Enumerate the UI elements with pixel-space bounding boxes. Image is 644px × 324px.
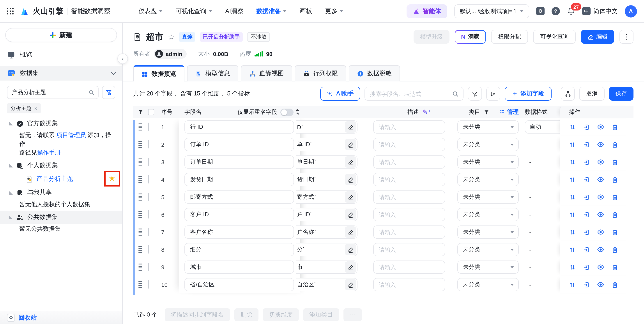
description-input[interactable] [373,120,445,134]
sync-desc-button[interactable]: 将描述同步到字段名 [164,308,230,321]
permission-button[interactable]: 权限分配 [491,30,528,44]
field-name-input[interactable] [184,190,294,204]
move-updown-icon[interactable] [569,229,576,235]
tab-row-col-permission[interactable]: 行列权限 [295,65,346,81]
drag-handle-icon[interactable] [138,141,148,148]
row-checkbox[interactable] [148,175,149,183]
move-updown-icon[interactable] [569,176,576,183]
expression-edit-button[interactable] [345,174,356,185]
trash-icon[interactable] [612,211,618,218]
description-input[interactable] [373,261,445,274]
favorite-outline-icon[interactable]: ☆ [168,32,174,41]
description-input[interactable] [373,226,445,239]
field-name-input[interactable] [184,243,294,256]
row-checkbox[interactable] [148,228,149,236]
move-updown-icon[interactable] [569,159,576,165]
row-checkbox[interactable] [148,140,149,148]
move-updown-icon[interactable] [569,211,576,218]
category-select[interactable]: 未分类 [457,155,519,169]
field-name-input[interactable] [184,138,294,151]
eye-icon[interactable] [597,158,604,166]
drag-handle-icon[interactable] [138,159,148,166]
visual-query-button[interactable]: 可视化查询 [533,30,576,44]
drag-handle-icon[interactable] [138,246,148,253]
trash-icon[interactable] [612,124,618,130]
tab-model-info[interactable]: 模型信息 [187,65,238,81]
eye-icon[interactable] [597,281,604,288]
field-name-input[interactable] [184,278,294,291]
description-input[interactable] [373,190,445,204]
expander-icon[interactable] [9,121,13,125]
drag-handle-icon[interactable] [138,264,148,271]
more-bulk-actions-button[interactable]: ··· [344,308,362,321]
more-actions-button[interactable]: ⋮ [620,30,634,44]
eye-icon[interactable] [597,123,604,130]
add-category-button[interactable]: 添加类目 [303,308,339,321]
eye-icon[interactable] [597,141,604,148]
drag-handle-icon[interactable] [138,229,148,236]
move-updown-icon[interactable] [569,124,576,130]
filter-icon[interactable] [138,109,144,115]
nav-data-prep[interactable]: 数据准备 [256,7,286,15]
drag-handle-icon[interactable] [138,194,148,201]
eye-icon[interactable] [597,211,604,218]
category-select[interactable]: 未分类 [457,190,519,204]
filter-fields-button[interactable] [468,87,482,101]
trash-icon[interactable] [612,281,618,288]
description-input[interactable] [373,208,445,221]
sort-fields-button[interactable] [486,87,500,101]
drag-handle-icon[interactable] [138,176,148,183]
trash-icon[interactable] [612,264,618,270]
trash-icon[interactable] [612,159,618,165]
nav-board[interactable]: 画板 [300,7,312,15]
field-name-input[interactable] [184,120,294,134]
expression-edit-button[interactable] [345,261,356,273]
description-input[interactable] [373,173,445,186]
drag-handle-icon[interactable] [138,124,148,130]
ai-assistant-button[interactable]: AI助手 [320,87,360,101]
dup-only-toggle[interactable] [280,108,294,116]
insert-field-icon[interactable] [583,141,590,148]
trash-icon[interactable] [612,141,618,148]
trash-icon[interactable] [612,176,618,183]
left-scroll-indicator[interactable] [133,120,135,295]
sidebar-filter-button[interactable] [102,86,115,99]
format-select[interactable]: 自动 [525,120,560,134]
row-checkbox[interactable] [148,280,149,289]
nav-ai-insight[interactable]: AI洞察 [225,7,243,15]
row-checkbox[interactable] [148,123,149,131]
expression-edit-button[interactable] [345,226,356,238]
switch-dimension-button[interactable]: 切换维度 [263,308,299,321]
tree-item-product-theme[interactable]: 产品分析主题 ★ [0,172,122,186]
agent-button[interactable]: 智能体 [406,4,447,18]
category-select[interactable]: 未分类 [457,208,519,221]
model-upgrade-button[interactable]: 模型升级 [414,30,450,44]
description-input[interactable] [373,138,445,151]
console-button[interactable]: ⚙ [536,7,544,15]
notification-button[interactable]: 27 [567,7,575,15]
expression-edit-button[interactable] [345,244,356,255]
select-all-checkbox[interactable] [148,109,154,115]
project-selector[interactable]: 默认... /验收测试项目1 [454,4,529,18]
tab-data-preview[interactable]: 数据预览 [133,65,184,81]
description-input[interactable] [373,243,445,256]
insert-field-icon[interactable] [583,229,590,235]
insert-field-icon[interactable] [583,264,590,270]
move-updown-icon[interactable] [569,246,576,253]
eye-icon[interactable] [597,229,604,236]
category-select[interactable]: 未分类 [457,120,519,134]
nav-visual-query[interactable]: 可视化查询 [176,7,212,15]
save-button[interactable]: 保存 [609,87,634,101]
trash-icon[interactable] [612,194,618,200]
edit-button[interactable]: 编辑 [581,30,614,44]
description-input[interactable] [373,278,445,291]
insert-field-icon[interactable] [583,194,590,200]
expression-edit-button[interactable] [345,279,356,290]
drag-handle-icon[interactable] [138,211,148,218]
eye-icon[interactable] [597,194,604,201]
expander-icon[interactable] [9,215,13,219]
recycle-bin[interactable]: ♻ 回收站 [0,311,122,324]
add-field-button[interactable]: ＋添加字段 [504,87,552,101]
filter-icon[interactable] [484,109,489,115]
row-checkbox[interactable] [148,245,149,254]
